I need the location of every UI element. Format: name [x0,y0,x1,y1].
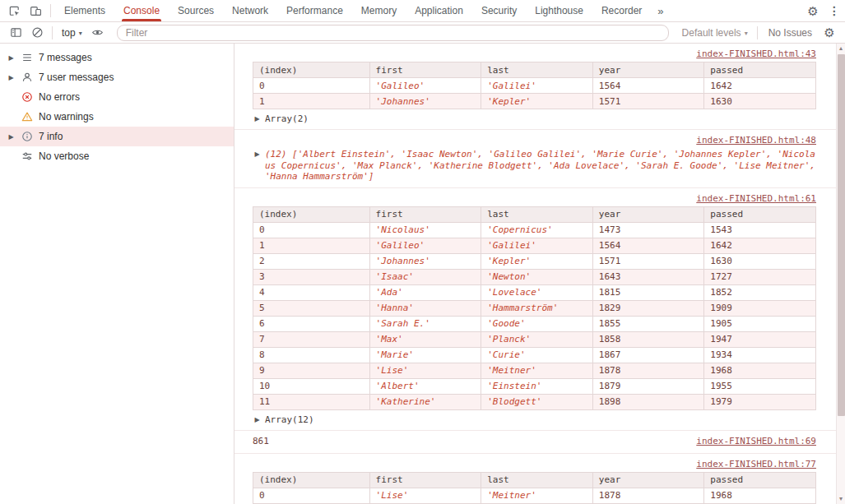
sidebar-item-warnings[interactable]: No warnings [0,107,234,127]
table-cell: 1543 [704,222,816,238]
log-levels-dropdown[interactable]: Default levels ▾ [677,27,753,39]
table-header-last[interactable]: last [481,472,593,488]
table-cell: 'Galileo' [369,78,481,94]
expand-triangle-icon[interactable]: ▶ [7,74,16,81]
sidebar-item-label: 7 user messages [39,72,114,83]
table-header-first[interactable]: first [369,472,481,488]
table-header-last[interactable]: last [481,206,593,222]
issues-counter[interactable]: No Issues [762,27,819,39]
table-header-year[interactable]: year [592,472,704,488]
table-row: 0'Galileo''Galilei'15641642 [253,78,816,94]
inspect-icon[interactable] [3,1,25,21]
tab-elements[interactable]: Elements [55,0,114,21]
array-preview-text: (12) ['Albert Einstein', 'Isaac Newton',… [265,149,816,183]
table-cell: 1879 [592,378,704,394]
table-row: 8'Marie''Curie'18671934 [253,347,816,363]
table-cell: 1630 [704,94,816,109]
kebab-menu-icon[interactable]: ⋮ [824,1,845,21]
table-header-year[interactable]: year [592,62,704,78]
source-link[interactable]: index-FINISHED.html:61 [696,193,816,204]
more-tabs-button[interactable]: » [651,0,670,21]
tab-console[interactable]: Console [114,0,169,21]
source-link[interactable]: index-FINISHED.html:43 [696,49,816,59]
table-cell: 'Lovelace' [481,284,593,300]
table-header-year[interactable]: year [592,206,704,222]
table-cell: 1968 [704,363,816,378]
source-link[interactable]: index-FINISHED.html:77 [696,459,816,469]
table-cell-index: 11 [253,394,370,409]
clear-console-icon[interactable] [26,22,48,43]
entry-link-row: index-FINISHED.html:61 [253,191,816,206]
tab-memory[interactable]: Memory [352,0,406,21]
table-cell: 1473 [592,222,704,238]
array-toggle[interactable]: ▶ Array(2) [253,111,816,127]
table-cell: 'Meitner' [481,488,593,503]
entry-link-row: index-FINISHED.html:43 [253,46,816,61]
source-link[interactable]: index-FINISHED.html:69 [696,435,816,448]
table-cell: 1905 [704,316,816,331]
table-header-last[interactable]: last [481,62,593,78]
console-settings-gear-icon[interactable]: ⚙ [819,22,840,43]
settings-gear-icon[interactable]: ⚙ [802,1,824,21]
sidebar-item-messages[interactable]: ▶ 7 messages [0,48,234,67]
table-header-passed[interactable]: passed [704,206,816,222]
collapsed-array-label: Array(2) [265,111,309,127]
array-preview-toggle[interactable]: ▶ (12) ['Albert Einstein', 'Isaac Newton… [253,147,816,185]
table-header-passed[interactable]: passed [704,472,816,488]
scrollbar-up-button[interactable]: ▴ [839,44,843,53]
table-header-row: (index)firstlastyearpassed [253,62,816,78]
array-toggle[interactable]: ▶ Array(12) [253,412,816,428]
table-header-index[interactable]: (index) [253,472,370,488]
table-cell: 1858 [592,331,704,347]
tab-network[interactable]: Network [223,0,277,21]
separator [50,4,51,17]
expand-triangle-icon[interactable]: ▶ [7,133,16,141]
scrollbar-thumb[interactable] [838,54,845,416]
table-header-passed[interactable]: passed [704,62,816,78]
tab-performance[interactable]: Performance [277,0,352,21]
table-cell: 'Sarah E.' [369,316,481,331]
sidebar-item-verbose[interactable]: No verbose [0,146,234,166]
table-cell: 'Johannes' [369,253,481,269]
entry-link-row: index-FINISHED.html:77 [253,456,816,471]
table-row: 2'Johannes''Kepler'15711630 [253,253,816,269]
console-table: (index)firstlastyearpassed0'Nicolaus''Co… [253,206,816,410]
sidebar-item-info[interactable]: ▶ 7 info [0,127,234,146]
table-header-first[interactable]: first [369,206,481,222]
table-cell: 1630 [704,253,816,269]
table-cell-index: 3 [253,269,370,284]
console-table: (index)firstlastyearpassed0'Lise''Meitne… [253,472,816,504]
table-header-index[interactable]: (index) [253,62,370,78]
filter-input[interactable] [117,25,669,41]
table-row: 0'Lise''Meitner'18781968 [253,488,816,503]
table-header-index[interactable]: (index) [253,206,370,222]
panel-tabs: Elements Console Sources Network Perform… [55,0,671,21]
list-icon [21,52,34,63]
source-link[interactable]: index-FINISHED.html:48 [696,135,816,146]
table-row: 0'Nicolaus''Copernicus'14731543 [253,222,816,238]
js-context-label: top [62,27,76,39]
js-context-selector[interactable]: top ▾ [57,27,87,39]
tab-application[interactable]: Application [406,0,472,21]
console-table: (index)firstlastyearpassed0'Galileo''Gal… [253,62,816,109]
table-cell-index: 0 [253,222,370,238]
table-header-first[interactable]: first [369,62,481,78]
tab-lighthouse[interactable]: Lighthouse [526,0,592,21]
scrollbar-down-button[interactable]: ▾ [839,494,843,504]
table-cell: 'Blodgett' [481,394,593,409]
table-cell: 'Isaac' [369,269,481,284]
sidebar-item-user-messages[interactable]: ▶ 7 user messages [0,67,234,87]
tab-recorder[interactable]: Recorder [592,0,651,21]
table-cell: 'Nicolaus' [369,222,481,238]
table-cell-index: 6 [253,316,370,331]
tab-sources[interactable]: Sources [169,0,223,21]
device-toolbar-icon[interactable] [25,1,46,21]
expand-triangle-icon[interactable]: ▶ [7,54,16,62]
table-cell: 'Albert' [369,378,481,394]
tab-security[interactable]: Security [472,0,526,21]
separator [52,26,53,39]
live-expression-eye-icon[interactable] [87,22,109,43]
sidebar-item-errors[interactable]: No errors [0,87,234,107]
table-cell: 1898 [592,394,704,409]
console-sidebar-toggle-icon[interactable] [5,22,26,43]
